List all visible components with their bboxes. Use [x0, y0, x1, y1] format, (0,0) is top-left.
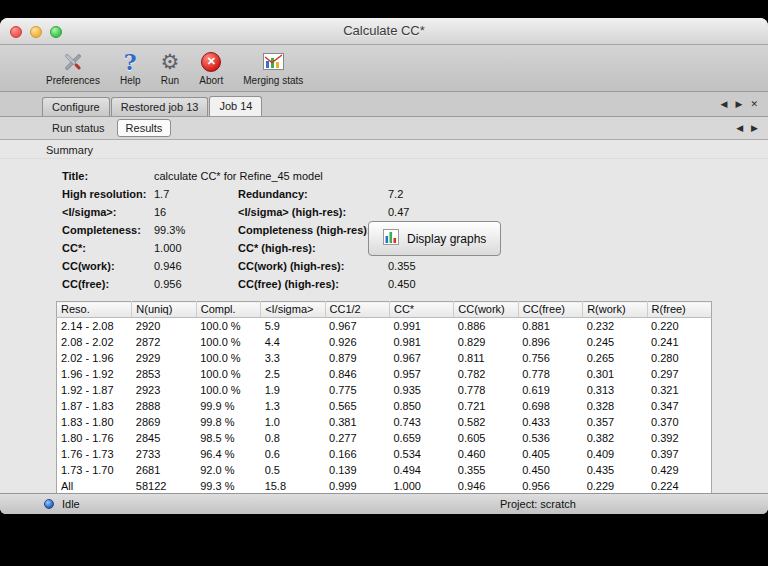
table-cell: 15.8: [261, 478, 325, 493]
table-cell: 1.0: [261, 414, 325, 430]
titlebar[interactable]: Calculate CC*: [0, 18, 768, 45]
table-cell: 0.429: [647, 462, 711, 478]
toolbar: Preferences ? Help ⚙ Run ✕ Abort: [0, 45, 768, 92]
table-cell: 2853: [132, 366, 196, 382]
i-sigma-label: <I/sigma>:: [62, 203, 154, 221]
column-header[interactable]: <I/sigma>: [261, 302, 325, 318]
table-row[interactable]: 2.02 - 1.962929100.0 %3.30.8790.9670.811…: [57, 350, 712, 366]
summary-title-value: calculate CC* for Refine_45 model: [154, 167, 323, 185]
tab-configure[interactable]: Configure: [42, 97, 110, 116]
table-row[interactable]: 2.08 - 2.022872100.0 %4.40.9260.9810.829…: [57, 334, 712, 350]
cc-free-value: 0.956: [154, 275, 238, 293]
table-row[interactable]: 1.73 - 1.70268192.0 %0.50.1390.4940.3550…: [57, 462, 712, 478]
table-row[interactable]: 1.87 - 1.83288899.9 %1.30.5650.8500.7210…: [57, 398, 712, 414]
table-cell: 0.328: [583, 398, 647, 414]
high-resolution-value: 1.7: [154, 185, 238, 203]
help-icon: ?: [124, 48, 137, 75]
table-row[interactable]: 2.14 - 2.082920100.0 %5.90.9670.9910.886…: [57, 318, 712, 335]
column-header[interactable]: CC(free): [518, 302, 582, 318]
table-cell: 0.224: [647, 478, 711, 493]
table-cell: 0.756: [518, 350, 582, 366]
table-cell: 100.0 %: [196, 318, 260, 335]
table-cell: 0.778: [518, 366, 582, 382]
abort-button[interactable]: ✕ Abort: [197, 47, 225, 91]
table-cell: 0.232: [583, 318, 647, 335]
table-cell: 0.405: [518, 446, 582, 462]
run-button[interactable]: ⚙ Run: [159, 47, 182, 91]
table-cell: 0.896: [518, 334, 582, 350]
table-cell: 0.301: [583, 366, 647, 382]
high-resolution-label: High resolution:: [62, 185, 154, 203]
tab-job-14[interactable]: Job 14: [209, 96, 262, 116]
table-cell: 0.775: [325, 382, 389, 398]
column-header[interactable]: N(uniq): [132, 302, 196, 318]
tab-close-icon[interactable]: ✕: [750, 99, 758, 109]
table-cell: 0.241: [647, 334, 711, 350]
table-cell: 0.6: [261, 446, 325, 462]
table-cell: 0.846: [325, 366, 389, 382]
table-cell: 3.3: [261, 350, 325, 366]
run-gear-icon: ⚙: [161, 48, 180, 75]
subtab-run-status[interactable]: Run status: [44, 120, 113, 136]
table-cell: 0.605: [454, 430, 518, 446]
table-cell: 2845: [132, 430, 196, 446]
help-button[interactable]: ? Help: [118, 47, 143, 91]
subtab-back-icon[interactable]: ◀: [736, 123, 743, 133]
column-header[interactable]: Compl.: [196, 302, 260, 318]
table-cell: 0.382: [583, 430, 647, 446]
table-cell: 2929: [132, 350, 196, 366]
table-row[interactable]: 1.92 - 1.872923100.0 %1.90.7750.9350.778…: [57, 382, 712, 398]
table-row[interactable]: All5812299.3 %15.80.9991.0000.9460.9560.…: [57, 478, 712, 493]
merging-stats-icon: [262, 48, 285, 75]
cc-star-highres-label: CC* (high-res):: [238, 239, 388, 257]
table-row[interactable]: 1.96 - 1.922853100.0 %2.50.8460.9570.782…: [57, 366, 712, 382]
table-row[interactable]: 1.80 - 1.76284598.5 %0.80.2770.6590.6050…: [57, 430, 712, 446]
table-cell: 0.220: [647, 318, 711, 335]
column-header[interactable]: CC1/2: [325, 302, 389, 318]
bar-chart-icon: [383, 229, 399, 248]
column-header[interactable]: CC*: [389, 302, 453, 318]
cc-free-highres-value: 0.450: [388, 275, 416, 293]
table-cell: 0.829: [454, 334, 518, 350]
column-header[interactable]: R(work): [583, 302, 647, 318]
subtab-results[interactable]: Results: [117, 119, 172, 137]
job-tab-controls: ◀ ▶ ✕: [721, 99, 758, 109]
table-cell: 0.5: [261, 462, 325, 478]
minimize-window-button[interactable]: [30, 26, 42, 38]
column-header[interactable]: R(free): [647, 302, 711, 318]
project-label: Project: scratch: [500, 498, 576, 510]
table-cell: 100.0 %: [196, 382, 260, 398]
summary-title-row: Title: calculate CC* for Refine_45 model: [62, 167, 712, 185]
tab-back-icon[interactable]: ◀: [721, 99, 728, 109]
preferences-label: Preferences: [46, 75, 100, 86]
summary-row: CC(free): 0.956 CC(free) (high-res): 0.4…: [62, 275, 712, 293]
table-cell: All: [57, 478, 132, 493]
table-cell: 0.534: [389, 446, 453, 462]
tab-forward-icon[interactable]: ▶: [736, 99, 743, 109]
table-row[interactable]: 1.83 - 1.80286999.8 %1.00.3810.7430.5820…: [57, 414, 712, 430]
tab-restored-job-13[interactable]: Restored job 13: [111, 97, 209, 116]
table-cell: 100.0 %: [196, 334, 260, 350]
column-header[interactable]: CC(work): [454, 302, 518, 318]
display-graphs-button[interactable]: Display graphs: [368, 221, 501, 256]
subtab-controls: ◀ ▶: [736, 123, 758, 133]
close-window-button[interactable]: [10, 26, 22, 38]
zoom-window-button[interactable]: [50, 26, 62, 38]
table-cell: 2888: [132, 398, 196, 414]
table-row[interactable]: 1.76 - 1.73273396.4 %0.60.1660.5340.4600…: [57, 446, 712, 462]
table-cell: 0.935: [389, 382, 453, 398]
table-cell: 0.433: [518, 414, 582, 430]
table-cell: 1.92 - 1.87: [57, 382, 132, 398]
table-cell: 99.3 %: [196, 478, 260, 493]
preferences-button[interactable]: Preferences: [44, 47, 102, 91]
table-cell: 58122: [132, 478, 196, 493]
table-cell: 0.967: [325, 318, 389, 335]
subtab-forward-icon[interactable]: ▶: [751, 123, 758, 133]
table-cell: 0.280: [647, 350, 711, 366]
table-cell: 0.721: [454, 398, 518, 414]
table-cell: 0.494: [389, 462, 453, 478]
table-cell: 0.782: [454, 366, 518, 382]
merging-stats-button[interactable]: Merging stats: [241, 47, 305, 91]
completeness-highres-label: Completeness (high-res):: [238, 221, 388, 239]
column-header[interactable]: Reso.: [57, 302, 132, 318]
